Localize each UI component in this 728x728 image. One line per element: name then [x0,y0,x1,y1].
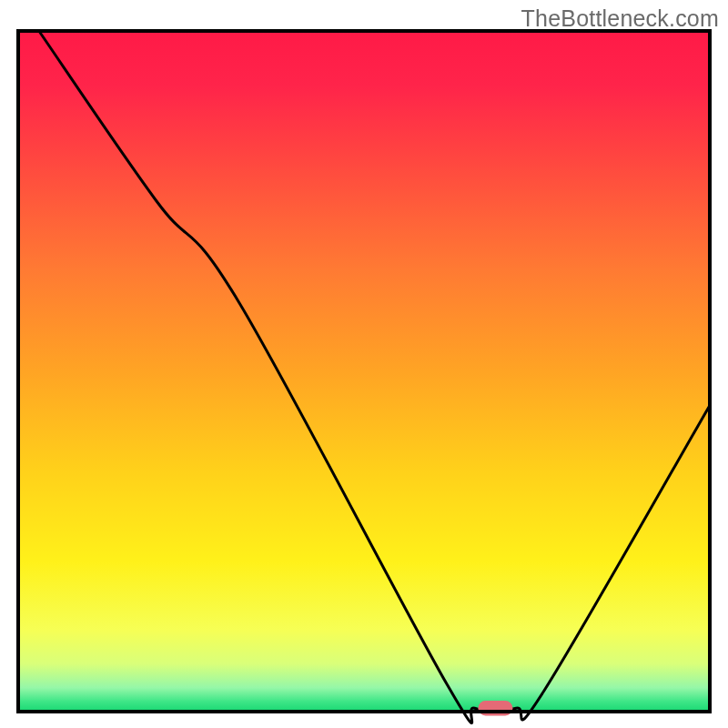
chart-svg [0,0,728,728]
watermark-text: TheBottleneck.com [521,5,719,32]
bottleneck-chart: TheBottleneck.com [0,0,728,728]
optimal-marker [478,701,512,715]
plot-background [18,31,710,712]
